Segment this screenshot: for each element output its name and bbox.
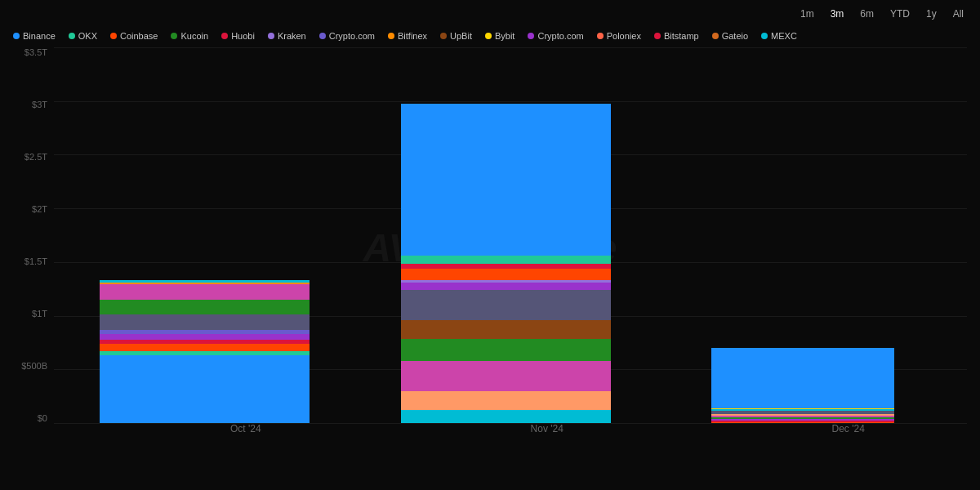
- x-label-2: Dec '24: [832, 423, 865, 434]
- bar-segment-nov-1: [401, 391, 611, 410]
- bar-segment-nov-8: [401, 269, 611, 280]
- legend-item-crypto-com: Crypto.com: [528, 31, 583, 41]
- legend-item-bybit: Bybit: [485, 31, 514, 41]
- bar-segment-nov-9: [401, 264, 611, 270]
- bar-segment-oct-7: [100, 300, 310, 314]
- chart-area: AV northedge $3.5T$3T$2.5T$2T$1.5T$1T$50…: [13, 47, 967, 448]
- bars-container: [54, 47, 967, 423]
- bar-group-dec: [711, 348, 894, 423]
- legend-item-gateio: Gateio: [712, 31, 748, 41]
- bar-segment-dec-9: [711, 348, 894, 408]
- y-label-0: $3.5T: [13, 47, 54, 57]
- x-label-1: Nov '24: [531, 423, 564, 434]
- time-button-1m[interactable]: 1m: [797, 7, 817, 21]
- legend-item-kucoin: Kucoin: [171, 31, 208, 41]
- y-label-3: $2T: [13, 204, 54, 214]
- legend-item-binance: Binance: [13, 31, 56, 41]
- legend-item-huobi: Huobi: [221, 31, 255, 41]
- legend-item-upbit: UpBit: [440, 31, 472, 41]
- bar-segment-nov-10: [401, 256, 611, 263]
- legend-item-coinbase: Coinbase: [110, 31, 158, 41]
- legend-item-poloniex: Poloniex: [597, 31, 641, 41]
- time-button-3m[interactable]: 3m: [827, 7, 848, 21]
- y-label-4: $1.5T: [13, 256, 54, 266]
- y-label-1: $3T: [13, 100, 54, 109]
- bar-segment-oct-2: [100, 344, 310, 351]
- bar-segment-oct-6: [100, 314, 310, 329]
- bar-segment-nov-2: [401, 361, 611, 391]
- bar-segment-nov-3: [401, 339, 611, 362]
- legend: BinanceOKXCoinbaseKucoinHuobiKrakenCrypt…: [0, 28, 980, 47]
- legend-item-crypto-com: Crypto.com: [319, 31, 375, 41]
- x-labels: Oct '24Nov '24Dec '24: [54, 423, 967, 448]
- x-label-0: Oct '24: [230, 423, 261, 434]
- time-button-6m[interactable]: 6m: [857, 7, 877, 21]
- legend-item-kraken: Kraken: [268, 31, 306, 41]
- bar-segment-nov-4: [401, 320, 611, 339]
- bar-segment-oct-4: [100, 334, 310, 340]
- legend-item-bitfinex: Bitfinex: [388, 31, 427, 41]
- y-axis: $3.5T$3T$2.5T$2T$1.5T$1T$500B$0: [13, 47, 54, 423]
- y-label-7: $0: [13, 413, 54, 423]
- top-bar: 1m3m6mYTD1yAll: [0, 0, 980, 28]
- y-label-5: $1T: [13, 309, 54, 318]
- y-label-6: $500B: [13, 361, 54, 371]
- legend-item-okx: OKX: [69, 31, 97, 41]
- bar-segment-oct-0: [100, 355, 310, 423]
- time-button-1y[interactable]: 1y: [923, 7, 940, 21]
- bar-segment-nov-5: [401, 290, 611, 320]
- time-button-ytd[interactable]: YTD: [887, 7, 913, 21]
- legend-item-mexc: MEXC: [761, 31, 797, 41]
- bar-segment-nov-11: [401, 104, 611, 256]
- legend-item-bitstamp: Bitstamp: [654, 31, 699, 41]
- time-button-all[interactable]: All: [950, 7, 967, 21]
- y-label-2: $2.5T: [13, 152, 54, 162]
- bar-segment-oct-8: [100, 284, 310, 299]
- bar-group-nov: [401, 104, 611, 423]
- bar-group-oct: [100, 280, 310, 423]
- bar-segment-nov-6: [401, 283, 611, 290]
- bar-segment-nov-0: [401, 410, 611, 423]
